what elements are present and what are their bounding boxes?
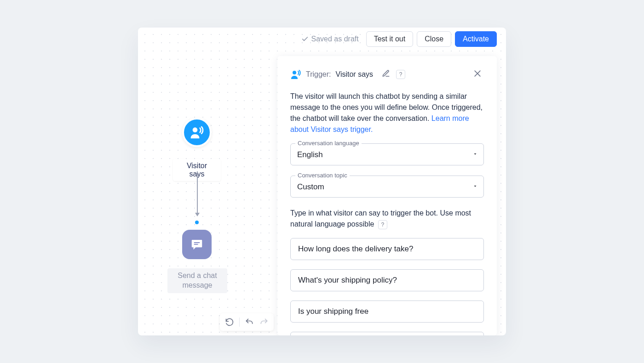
action-node[interactable] — [182, 230, 212, 259]
help-phrases-button[interactable]: ? — [378, 220, 387, 229]
phrase-input[interactable]: What's your shipping policy? — [290, 269, 484, 291]
trigger-label: Trigger: — [306, 70, 331, 79]
check-icon — [301, 35, 309, 43]
chevron-down-icon — [472, 150, 478, 159]
help-trigger-button[interactable]: ? — [396, 70, 405, 79]
trigger-config-panel: Trigger: Visitor says ? The visitor will… — [277, 56, 497, 335]
topic-value: Custom — [297, 182, 324, 191]
test-button[interactable]: Test it out — [366, 31, 413, 47]
svg-rect-1 — [194, 242, 200, 243]
svg-point-3 — [293, 71, 296, 74]
language-label: Conversation language — [295, 140, 362, 147]
phrase-input[interactable]: Shipping — [290, 332, 484, 335]
chatbot-editor: Saved as draft Test it out Close Activat… — [138, 28, 506, 335]
activate-button[interactable]: Activate — [455, 31, 497, 47]
reset-button[interactable] — [224, 316, 236, 328]
flow-connector — [197, 171, 198, 214]
trigger-node[interactable] — [182, 118, 212, 147]
phrase-input[interactable]: Is your shipping free — [290, 301, 484, 323]
history-bar — [220, 313, 274, 331]
action-node-label: Send a chat message — [167, 268, 227, 293]
svg-rect-2 — [194, 244, 198, 245]
undo-icon — [245, 318, 254, 327]
redo-icon — [259, 318, 269, 327]
person-speaking-icon — [190, 125, 204, 140]
topic-label: Conversation topic — [295, 172, 350, 179]
svg-point-0 — [193, 127, 198, 132]
action-node-icon-wrap — [182, 230, 212, 259]
trigger-node-icon-wrap — [182, 118, 212, 147]
language-select[interactable]: Conversation language English — [290, 143, 484, 165]
chat-message-icon — [190, 238, 204, 251]
redo-button[interactable] — [258, 316, 270, 328]
trigger-value: Visitor says — [336, 70, 374, 79]
person-speaking-icon — [290, 69, 301, 80]
panel-header: Trigger: Visitor says ? — [290, 67, 484, 82]
action-node-label-wrap: Send a chat message — [163, 264, 232, 293]
top-toolbar: Saved as draft Test it out Close Activat… — [301, 31, 497, 47]
separator — [239, 318, 240, 327]
pencil-icon — [382, 69, 390, 78]
phrase-input[interactable]: How long does the delivery take? — [290, 238, 484, 260]
chevron-down-icon — [472, 182, 478, 191]
topic-select[interactable]: Conversation topic Custom — [290, 176, 484, 198]
connector-dot — [195, 221, 199, 224]
edit-trigger-button[interactable] — [380, 68, 391, 81]
saved-status: Saved as draft — [301, 35, 359, 43]
panel-description: The visitor will launch this chatbot by … — [290, 91, 484, 135]
close-icon — [473, 69, 482, 78]
phrase-instruction: Type in what visitor can say to trigger … — [290, 208, 484, 230]
close-panel-button[interactable] — [471, 67, 484, 82]
language-value: English — [297, 150, 323, 159]
close-button[interactable]: Close — [417, 31, 451, 47]
saved-label: Saved as draft — [311, 35, 359, 43]
undo-button[interactable] — [243, 316, 255, 328]
reset-icon — [225, 318, 234, 327]
